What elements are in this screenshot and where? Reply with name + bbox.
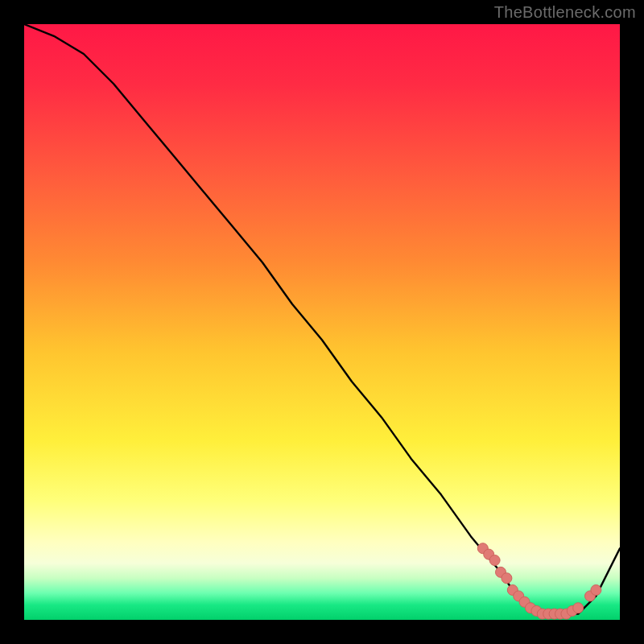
watermark-label: TheBottleneck.com (494, 3, 636, 22)
marker-point (573, 603, 584, 613)
gradient-background (24, 24, 620, 620)
chart-svg (24, 24, 620, 620)
chart-frame: TheBottleneck.com (0, 0, 644, 644)
plot-area (24, 24, 620, 620)
marker-point (502, 573, 512, 584)
marker-point (591, 585, 601, 596)
marker-point (489, 555, 500, 566)
